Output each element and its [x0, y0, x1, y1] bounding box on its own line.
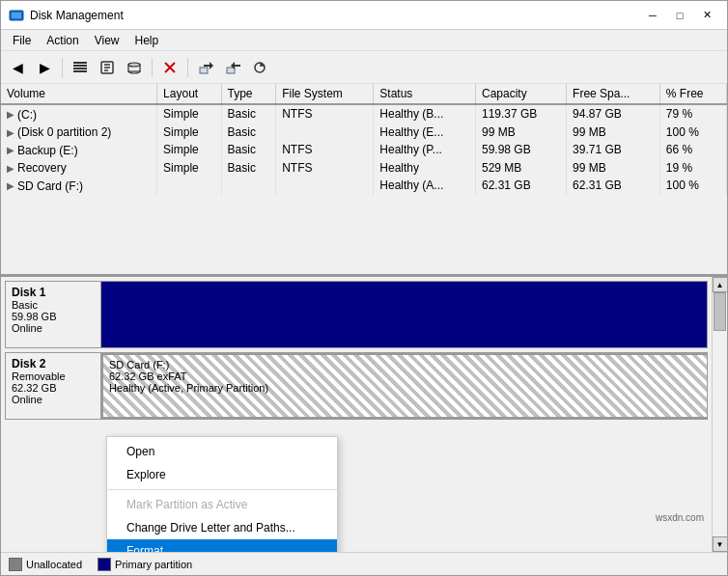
- ctx-sep-1: [107, 489, 337, 490]
- app-icon: [9, 8, 24, 23]
- window: Disk Management ─ □ ✕ File Action View H…: [0, 0, 728, 576]
- primary-swatch: [98, 558, 111, 571]
- col-type[interactable]: Type: [221, 84, 276, 104]
- unallocated-swatch: [9, 558, 22, 571]
- svg-rect-2: [14, 18, 19, 20]
- sd-card-label: SD Card (F:): [109, 359, 701, 370]
- unallocated-label: Unallocated: [26, 559, 82, 570]
- watermark: wsxdn.com: [656, 512, 704, 523]
- disk-1-partitions: [101, 281, 708, 348]
- status-bar: Unallocated Primary partition: [1, 552, 727, 575]
- ctx-mark-active: Mark Partition as Active: [107, 493, 337, 516]
- disk-1-status: Online: [12, 322, 95, 334]
- svg-rect-5: [73, 68, 87, 69]
- close-button[interactable]: ✕: [694, 6, 719, 25]
- sd-card-detail: 62.32 GB exFAT: [109, 370, 701, 382]
- table-row[interactable]: ▶ SD Card (F:) Healthy (A... 62.31 GB 62…: [1, 177, 727, 195]
- col-free[interactable]: Free Spa...: [567, 84, 660, 104]
- col-volume[interactable]: Volume: [1, 84, 157, 104]
- disk-2-partitions: SD Card (F:) 62.32 GB exFAT Healthy (Act…: [101, 352, 708, 420]
- scroll-up-button[interactable]: ▲: [713, 277, 728, 292]
- rescan-button[interactable]: [247, 55, 272, 80]
- menu-bar: File Action View Help: [1, 30, 727, 51]
- toolbar-separator-1: [62, 58, 63, 77]
- menu-action[interactable]: Action: [39, 32, 86, 49]
- table-row[interactable]: ▶ (Disk 0 partition 2) Simple Basic Heal…: [1, 123, 727, 142]
- col-capacity[interactable]: Capacity: [475, 84, 566, 104]
- table-row[interactable]: ▶ (C:) Simple Basic NTFS Healthy (B... 1…: [1, 104, 727, 123]
- sd-card-status: Healthy (Active, Primary Partition): [109, 382, 701, 394]
- svg-rect-4: [73, 65, 87, 67]
- disk-2-status: Online: [12, 394, 95, 405]
- disk-map-area: Disk 1 Basic 59.98 GB Online Disk 2 Remo…: [1, 277, 727, 552]
- svg-rect-6: [73, 70, 87, 72]
- toolbar: ◀ ▶: [1, 51, 727, 84]
- scroll-track[interactable]: [713, 292, 727, 536]
- disk-2-partition-sd[interactable]: SD Card (F:) 62.32 GB exFAT Healthy (Act…: [101, 353, 707, 419]
- col-status[interactable]: Status: [374, 84, 476, 104]
- disk-2-label: Disk 2 Removable 62.32 GB Online: [5, 352, 101, 420]
- disk-button[interactable]: [122, 55, 147, 80]
- scroll-down-button[interactable]: ▼: [713, 536, 728, 552]
- disk-1-type: Basic: [12, 299, 95, 311]
- disk-2-row: Disk 2 Removable 62.32 GB Online SD Card…: [5, 352, 708, 420]
- menu-file[interactable]: File: [5, 32, 39, 49]
- maximize-button[interactable]: □: [667, 6, 692, 25]
- col-layout[interactable]: Layout: [157, 84, 221, 104]
- properties-button[interactable]: [95, 55, 120, 80]
- svg-rect-1: [12, 13, 21, 18]
- volume-table-pane: Volume Layout Type File System Status Ca…: [1, 84, 727, 277]
- delete-button[interactable]: [157, 55, 182, 80]
- list-view-button[interactable]: [68, 55, 93, 80]
- disk-1-title: Disk 1: [12, 286, 95, 299]
- disk-2-size: 62.32 GB: [12, 382, 95, 394]
- scroll-thumb[interactable]: [714, 292, 726, 331]
- main-content: Volume Layout Type File System Status Ca…: [1, 84, 727, 575]
- disk-1-label: Disk 1 Basic 59.98 GB Online: [5, 281, 101, 348]
- minimize-button[interactable]: ─: [640, 6, 665, 25]
- col-pct[interactable]: % Free: [659, 84, 726, 104]
- svg-rect-18: [227, 68, 235, 73]
- ctx-format[interactable]: Format...: [107, 539, 337, 552]
- import-button[interactable]: [193, 55, 218, 80]
- export-button[interactable]: [220, 55, 245, 80]
- table-row[interactable]: ▶ Recovery Simple Basic NTFS Healthy 529…: [1, 159, 727, 178]
- volume-table: Volume Layout Type File System Status Ca…: [1, 84, 727, 195]
- toolbar-separator-3: [187, 58, 188, 77]
- window-title: Disk Management: [30, 9, 124, 22]
- back-button[interactable]: ◀: [5, 55, 30, 80]
- vertical-scrollbar[interactable]: ▲ ▼: [712, 277, 727, 552]
- table-row[interactable]: ▶ Backup (E:) Simple Basic NTFS Healthy …: [1, 141, 727, 159]
- forward-button[interactable]: ▶: [32, 55, 57, 80]
- disk-2-type: Removable: [12, 370, 95, 382]
- ctx-open[interactable]: Open: [107, 440, 337, 463]
- toolbar-separator-2: [152, 58, 153, 77]
- context-menu: Open Explore Mark Partition as Active Ch…: [106, 436, 338, 552]
- title-bar: Disk Management ─ □ ✕: [1, 1, 727, 30]
- disk-1-size: 59.98 GB: [12, 311, 95, 322]
- col-filesystem[interactable]: File System: [276, 84, 374, 104]
- disk-2-title: Disk 2: [12, 357, 95, 370]
- disk-map-pane: Disk 1 Basic 59.98 GB Online Disk 2 Remo…: [1, 277, 712, 552]
- legend-primary: Primary partition: [98, 558, 192, 571]
- legend-unallocated: Unallocated: [9, 558, 82, 571]
- menu-view[interactable]: View: [87, 32, 127, 49]
- menu-help[interactable]: Help: [127, 32, 167, 49]
- ctx-explore[interactable]: Explore: [107, 463, 337, 486]
- disk-1-partition-1[interactable]: [101, 282, 707, 347]
- disk-1-row: Disk 1 Basic 59.98 GB Online: [5, 281, 708, 348]
- svg-rect-16: [200, 68, 208, 73]
- primary-label: Primary partition: [115, 559, 192, 570]
- svg-rect-3: [73, 62, 87, 64]
- svg-point-13: [128, 63, 140, 67]
- svg-point-20: [255, 63, 265, 72]
- ctx-change-letter[interactable]: Change Drive Letter and Paths...: [107, 516, 337, 539]
